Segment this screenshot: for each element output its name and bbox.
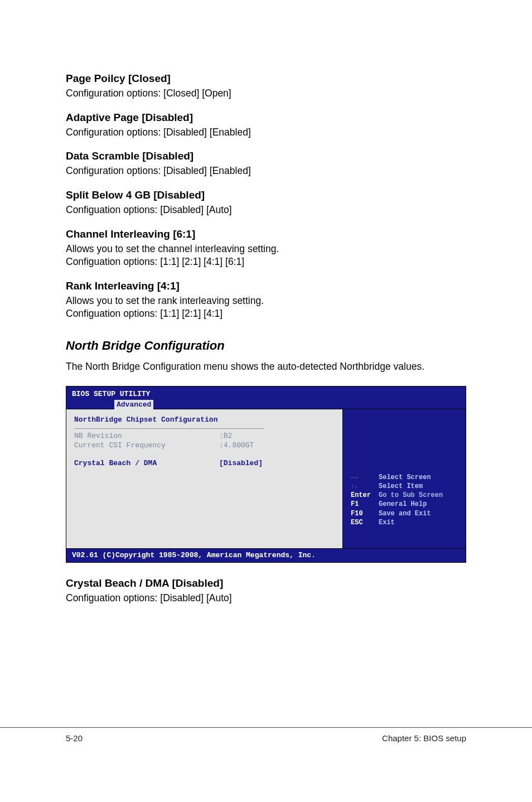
section-title: Split Below 4 GB [Disabled] bbox=[66, 189, 466, 201]
bios-help-enter: Enter Go to Sub Screen bbox=[351, 491, 458, 500]
section-page-policy: Page Poilcy [Closed] Configuration optio… bbox=[66, 73, 466, 100]
bios-row-nb-revision: NB Revision :B2 bbox=[74, 431, 335, 441]
bios-footer: V02.61 (C)Copyright 1985-2008, American … bbox=[66, 548, 466, 562]
major-heading-northbridge: North Bridge Configuration bbox=[66, 339, 466, 353]
bios-help-select-item: ↑↓ Select Item bbox=[351, 482, 458, 491]
bios-key: NB Revision bbox=[74, 431, 219, 441]
bios-help-f10: F10 Save and Exit bbox=[351, 509, 458, 518]
section-channel-interleaving: Channel Interleaving [6:1] Allows you to… bbox=[66, 228, 466, 269]
bios-section-label: NorthBridge Chipset Configuration bbox=[74, 415, 335, 425]
bios-val: :4.800GT bbox=[219, 441, 254, 451]
bios-left-pane: NorthBridge Chipset Configuration NB Rev… bbox=[66, 409, 343, 548]
section-adaptive-page: Adaptive Page [Disabled] Configuration o… bbox=[66, 112, 466, 139]
section-title: Data Scramble [Disabled] bbox=[66, 150, 466, 162]
bios-row-csi-freq: Current CSI Frequency :4.800GT bbox=[74, 441, 335, 451]
page-footer: 5-20 Chapter 5: BIOS setup bbox=[0, 727, 532, 765]
bios-title: BIOS SETUP UTILITY bbox=[72, 389, 460, 399]
bios-help-text: Save and Exit bbox=[379, 509, 431, 518]
bios-header: BIOS SETUP UTILITY Advanced bbox=[66, 386, 466, 409]
section-title: Channel Interleaving [6:1] bbox=[66, 228, 466, 240]
bios-help-f1: F1 General Help bbox=[351, 500, 458, 509]
bios-help-text: General Help bbox=[379, 500, 427, 509]
arrow-ud-icon: ↑↓ bbox=[351, 483, 358, 490]
bios-help-text: Select Item bbox=[379, 482, 423, 491]
section-title: Crystal Beach / DMA [Disabled] bbox=[66, 577, 466, 590]
section-body: Configuation options: [Disabled] [Auto] bbox=[66, 204, 466, 217]
section-body: Configuration options: [Disabled] [Enabl… bbox=[66, 126, 466, 139]
bios-help-text: Exit bbox=[379, 518, 395, 527]
section-split-below: Split Below 4 GB [Disabled] Configuation… bbox=[66, 189, 466, 217]
section-title: Page Poilcy [Closed] bbox=[66, 73, 466, 85]
bios-help-text: Go to Sub Screen bbox=[379, 491, 443, 500]
section-body: Allows you to set the rank interleaving … bbox=[66, 294, 466, 321]
bios-help-text: Select Screen bbox=[379, 473, 431, 482]
section-body: Configuation options: [Disabled] [Auto] bbox=[66, 592, 466, 605]
bios-tab-advanced[interactable]: Advanced bbox=[114, 400, 153, 410]
chapter-label: Chapter 5: BIOS setup bbox=[382, 733, 466, 743]
bios-divider bbox=[74, 428, 264, 429]
page-number: 5-20 bbox=[66, 733, 83, 743]
bios-right-pane: ←→ Select Screen ↑↓ Select Item Enter Go… bbox=[343, 409, 466, 548]
bios-help-key: F1 bbox=[351, 500, 379, 509]
bios-help-block: ←→ Select Screen ↑↓ Select Item Enter Go… bbox=[351, 473, 458, 527]
section-body: Allows you to set the channel interleavi… bbox=[66, 243, 466, 269]
section-body: Configuration options: [Disabled] [Enabl… bbox=[66, 165, 466, 178]
section-crystal-beach: Crystal Beach / DMA [Disabled] Configuat… bbox=[66, 577, 466, 605]
section-body: Configuration options: [Closed] [Open] bbox=[66, 87, 466, 100]
bios-help-key: F10 bbox=[351, 509, 379, 518]
arrow-lr-icon: ←→ bbox=[351, 474, 358, 481]
bios-key: Current CSI Frequency bbox=[74, 441, 219, 451]
bios-val: [Disabled] bbox=[219, 458, 263, 468]
bios-row-crystal-beach[interactable]: Crystal Beach / DMA [Disabled] bbox=[74, 458, 335, 468]
section-title: Rank Interleaving [4:1] bbox=[66, 280, 466, 292]
bios-help-key: Enter bbox=[351, 491, 379, 500]
bios-screenshot: BIOS SETUP UTILITY Advanced NorthBridge … bbox=[66, 386, 466, 563]
bios-key: Crystal Beach / DMA bbox=[74, 458, 219, 468]
section-rank-interleaving: Rank Interleaving [4:1] Allows you to se… bbox=[66, 280, 466, 321]
bios-help-select-screen: ←→ Select Screen bbox=[351, 473, 458, 482]
section-data-scramble: Data Scramble [Disabled] Configuration o… bbox=[66, 150, 466, 178]
bios-help-key: ESC bbox=[351, 518, 379, 527]
bios-val: :B2 bbox=[219, 431, 232, 441]
major-body: The North Bridge Configuration menu show… bbox=[66, 361, 466, 373]
section-title: Adaptive Page [Disabled] bbox=[66, 112, 466, 124]
bios-help-esc: ESC Exit bbox=[351, 518, 458, 527]
